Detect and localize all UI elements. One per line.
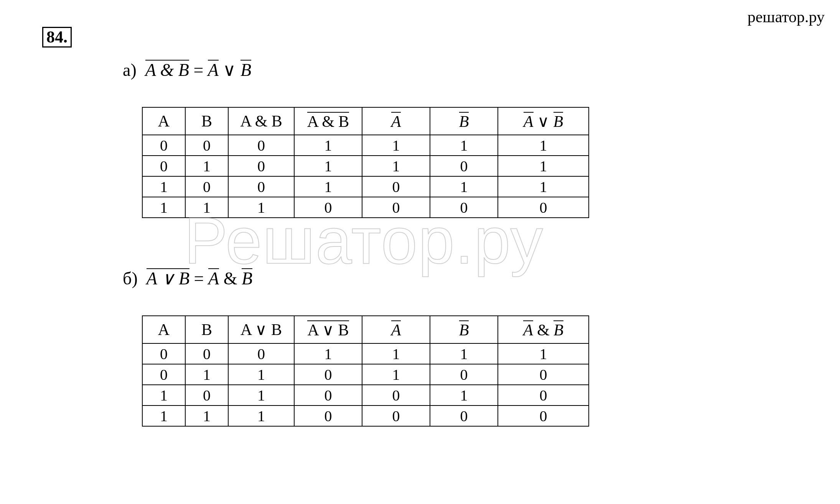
cell: 0 (228, 343, 294, 364)
cell: 0 (185, 385, 228, 405)
formula-b-rhs-notA: A (208, 268, 219, 287)
cell: 1 (498, 176, 589, 197)
cell: 0 (430, 156, 498, 176)
watermark-top: решатор.ру (748, 8, 825, 26)
table-b-header-row: A B A ∨ B A ∨ B A B A & B (142, 316, 589, 343)
formula-a-lhs-overline: A & B (145, 60, 189, 79)
cell: 0 (362, 176, 430, 197)
table-row: 1 0 1 0 0 1 0 (142, 385, 589, 405)
th-a-A-text: A (158, 113, 170, 129)
cell: 0 (430, 364, 498, 385)
th-a-B-text: B (201, 113, 212, 129)
formula-a-rhs-notA: A (208, 60, 219, 79)
cell: 0 (362, 385, 430, 405)
th-b-notA: A (362, 316, 430, 343)
cell: 0 (142, 135, 185, 156)
cell: 0 (498, 197, 589, 218)
cell: 1 (228, 385, 294, 405)
table-row: 1 0 0 1 0 1 1 (142, 176, 589, 197)
th-a-notA-text: A (391, 112, 401, 130)
th-a-AandB: A & B (228, 107, 294, 135)
cell: 0 (228, 176, 294, 197)
th-a-notB: B (430, 107, 498, 135)
th-b-notA-and-notB: A & B (498, 316, 589, 343)
cell: 1 (142, 176, 185, 197)
section-a: а) A & B = A ∨ B A B A & B A & B A B A ∨… (123, 59, 589, 218)
th-b-notB: B (430, 316, 498, 343)
table-row: 0 0 0 1 1 1 1 (142, 343, 589, 364)
cell: 1 (430, 343, 498, 364)
formula-b-rhs-notB: B (242, 268, 252, 287)
th-a-res-A: A (524, 112, 534, 130)
cell: 0 (294, 197, 362, 218)
th-a-AandB-text: A & B (240, 113, 282, 129)
cell: 0 (228, 156, 294, 176)
cell: 1 (185, 197, 228, 218)
th-a-notA: A (362, 107, 430, 135)
th-b-notAorB: A ∨ B (294, 316, 362, 343)
cell: 0 (228, 135, 294, 156)
section-b-letter: б) (123, 269, 138, 288)
cell: 1 (430, 385, 498, 405)
th-b-res-B: B (553, 320, 563, 338)
cell: 0 (142, 343, 185, 364)
th-b-res-A: A (523, 320, 533, 338)
section-b: б) A ∨ B = A & B A B A ∨ B A ∨ B A B A &… (123, 268, 589, 427)
formula-b-eq: = (189, 269, 208, 288)
problem-number-box: 84. (42, 27, 72, 48)
th-a-A: A (142, 107, 185, 135)
cell: 0 (362, 405, 430, 426)
cell: 1 (362, 364, 430, 385)
formula-a: A & B = A ∨ B (145, 59, 251, 80)
formula-a-rhs-notB: B (240, 60, 251, 79)
cell: 1 (142, 197, 185, 218)
cell: 1 (498, 156, 589, 176)
page: решатор.ру 84. а) A & B = A ∨ B A B A & … (0, 0, 840, 504)
th-a-B: B (185, 107, 228, 135)
th-a-notA-or-notB: A ∨ B (498, 107, 589, 135)
section-a-letter: а) (123, 60, 137, 80)
cell: 0 (294, 364, 362, 385)
cell: 1 (362, 135, 430, 156)
truth-table-a: A B A & B A & B A B A ∨ B 0 0 0 1 1 1 (142, 107, 589, 218)
th-b-B-text: B (201, 322, 212, 338)
th-a-res-or: ∨ (534, 113, 553, 130)
section-a-label: а) A & B = A ∨ B (123, 59, 589, 80)
formula-b-lhs-overline: A ∨ B (147, 268, 189, 287)
table-row: 0 1 0 1 1 0 1 (142, 156, 589, 176)
th-b-res-and: & (533, 321, 554, 339)
table-row: 1 1 1 0 0 0 0 (142, 405, 589, 426)
cell: 0 (498, 385, 589, 405)
cell: 1 (498, 135, 589, 156)
cell: 0 (185, 176, 228, 197)
th-a-notB-text: B (459, 112, 469, 130)
th-b-notAorB-text: A ∨ B (307, 320, 349, 338)
cell: 1 (362, 343, 430, 364)
th-b-AorB: A ∨ B (228, 316, 294, 343)
section-b-label: б) A ∨ B = A & B (123, 268, 589, 289)
th-a-notAandB-text: A & B (307, 112, 349, 130)
cell: 0 (185, 343, 228, 364)
cell: 1 (294, 135, 362, 156)
cell: 0 (185, 135, 228, 156)
th-b-notA-text: A (391, 320, 401, 338)
formula-b-and: & (219, 269, 242, 288)
th-b-B: B (185, 316, 228, 343)
cell: 1 (228, 197, 294, 218)
cell: 1 (294, 343, 362, 364)
cell: 1 (498, 343, 589, 364)
formula-a-or: ∨ (219, 60, 240, 80)
th-b-A: A (142, 316, 185, 343)
cell: 1 (294, 176, 362, 197)
th-b-A-text: A (158, 322, 170, 338)
cell: 0 (142, 156, 185, 176)
cell: 1 (142, 385, 185, 405)
cell: 0 (294, 405, 362, 426)
th-a-res-B: B (553, 112, 563, 130)
cell: 0 (498, 364, 589, 385)
truth-table-b: A B A ∨ B A ∨ B A B A & B 0 0 0 1 1 1 (142, 315, 589, 427)
cell: 0 (142, 364, 185, 385)
cell: 0 (294, 385, 362, 405)
th-a-notAandB: A & B (294, 107, 362, 135)
cell: 1 (294, 156, 362, 176)
